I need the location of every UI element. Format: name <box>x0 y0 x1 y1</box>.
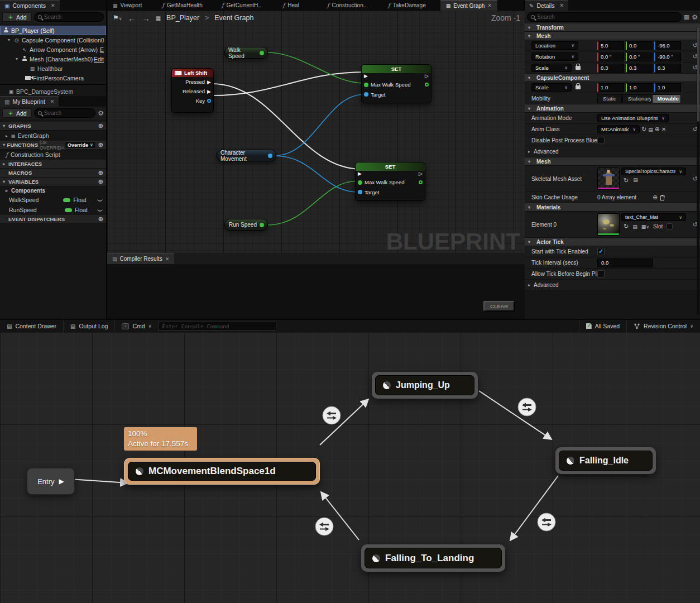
eye-closed-icon[interactable] <box>97 199 103 202</box>
float-output-pin[interactable] <box>260 51 264 55</box>
display-filter-icon[interactable]: ▦ <box>684 13 689 21</box>
disable-post-process-checkbox[interactable] <box>597 137 605 144</box>
bookmark-icon[interactable]: ⚑∨ <box>113 14 122 22</box>
output-log-button[interactable]: ▤ Output Log <box>64 320 115 332</box>
exec-in-pin[interactable]: ▶ <box>364 73 368 79</box>
breadcrumb-current[interactable]: Event Graph <box>214 14 253 22</box>
rotation-dropdown[interactable]: Rotation ∨ <box>531 52 578 61</box>
variable-walkspeed[interactable]: WalkSpeed Float <box>0 195 106 205</box>
components-variable-group[interactable]: ▸ Components <box>0 186 106 195</box>
mesh2-section-header[interactable]: ▾ Mesh <box>525 157 700 166</box>
console-command-input-wrap[interactable] <box>158 322 276 331</box>
float-output-pin[interactable] <box>260 223 264 227</box>
skeletal-mesh-dropdown[interactable]: SpecialTopicsCharacter ∨ <box>621 168 686 175</box>
max-walk-speed-input-pin[interactable] <box>358 180 362 185</box>
tree-item-mesh[interactable]: ▾ Mesh (CharacterMesh0) Edit <box>0 54 106 64</box>
output-pin[interactable] <box>419 180 423 184</box>
output-pin[interactable] <box>425 83 429 87</box>
tree-item-bp-player[interactable]: BP_Player (Self) <box>0 26 106 35</box>
exec-in-pin[interactable]: ▶ <box>358 171 362 176</box>
material-dropdown[interactable]: text_Char_Mat ∨ <box>621 213 686 221</box>
tab-viewport[interactable]: ▦ Viewport <box>107 0 147 11</box>
actor-tick-advanced-row[interactable]: ▸ Advanced <box>525 280 700 291</box>
add-graph-icon[interactable]: ⊕ <box>98 122 103 130</box>
add-element-icon[interactable]: ⊕ <box>653 194 658 201</box>
tab-my-blueprint[interactable]: ▥ My Blueprint ✕ <box>0 96 59 107</box>
capsule-section-header[interactable]: ▾ CapsuleComponent <box>525 74 700 82</box>
animation-section-header[interactable]: ▾ Animation <box>525 104 700 113</box>
exec-pin-pressed[interactable]: ▶ <box>207 79 211 85</box>
node-set-1[interactable]: SET ▶ ▷ Max Walk Speed Target <box>361 64 431 103</box>
use-selected-icon[interactable]: ↺ <box>624 177 629 184</box>
add-blueprint-item-button[interactable]: ＋ Add <box>2 108 32 118</box>
node-run-speed[interactable]: Run Speed <box>224 219 268 231</box>
slot-field[interactable] <box>667 223 673 229</box>
trash-icon[interactable] <box>659 194 665 201</box>
caret-down-icon[interactable]: ▾ <box>8 37 13 42</box>
capsule-scale-x-field[interactable]: 1.0 <box>597 83 624 92</box>
lock-icon[interactable] <box>576 66 581 70</box>
add-dispatcher-icon[interactable]: ⊕ <box>98 216 103 223</box>
materials-section-header[interactable]: ▾ Materials <box>525 203 700 212</box>
state-node-mcmovement[interactable]: MCMovementBlendSpace1d <box>124 458 320 485</box>
tab-components[interactable]: ▣ Components ✕ <box>0 0 60 11</box>
tab-compiler-results[interactable]: ▤ Compiler Results ✕ <box>107 253 174 264</box>
override-dropdown[interactable]: Override ∨ <box>65 141 96 149</box>
add-variable-icon[interactable]: ⊕ <box>98 178 103 185</box>
forward-button[interactable]: → <box>142 13 150 23</box>
mobility-movable-button[interactable]: Movable <box>652 94 681 103</box>
my-blueprint-search-input[interactable] <box>44 110 92 116</box>
capsule-scale-y-field[interactable]: 1.0 <box>626 83 653 92</box>
material-thumbnail[interactable] <box>597 213 620 236</box>
animation-mode-dropdown[interactable]: Use Animation Blueprint ∨ <box>597 114 669 122</box>
tree-item-healthbar[interactable]: ▥ Healthbar <box>0 64 106 73</box>
eye-closed-icon[interactable] <box>97 209 103 212</box>
state-machine-canvas[interactable]: 100% Active for 17.557s Entry ▶ MCMoveme… <box>0 332 700 603</box>
location-z-field[interactable]: -96.0 <box>654 41 681 50</box>
components-search[interactable] <box>34 12 104 22</box>
state-node-falling-to-landing[interactable]: Falling_To_Landing <box>361 544 505 572</box>
rotation-z-field[interactable]: -90.0 ° <box>654 52 681 61</box>
all-saved-button[interactable]: All Saved <box>579 320 626 332</box>
entry-node[interactable]: Entry ▶ <box>27 468 75 495</box>
rotation-x-field[interactable]: 0.0 ° <box>597 52 624 61</box>
browse-to-asset-icon[interactable]: ▤ <box>632 224 637 229</box>
details-search-input[interactable] <box>537 14 678 20</box>
exec-pin-released[interactable]: ▶ <box>207 89 211 94</box>
add-component-button[interactable]: ＋ Add <box>2 12 32 22</box>
node-walk-speed[interactable]: Walk Speed <box>224 47 268 59</box>
back-button[interactable]: ← <box>128 13 136 23</box>
node-left-shift[interactable]: ⌨ Left Shift Pressed ▶ Released ▶ Key <box>171 68 214 113</box>
scale-x-field[interactable]: 0.3 <box>597 64 624 73</box>
location-dropdown[interactable]: Location ∨ <box>531 41 578 50</box>
tree-item-capsule[interactable]: ▾ ◎ Capsule Component (Collision0 <box>0 35 106 45</box>
allow-tick-checkbox[interactable] <box>597 270 605 277</box>
event-graph-canvas[interactable]: ⚑∨ ← → ▦ BP_Player > Event Graph Zoom -1 <box>107 11 526 253</box>
max-walk-speed-input-pin[interactable] <box>364 83 368 87</box>
tab-details[interactable]: ✎ Details ✕ <box>525 0 568 11</box>
construction-script-item[interactable]: ƒ Construction Script <box>0 150 106 160</box>
use-selected-icon[interactable]: ↺ <box>624 223 629 230</box>
exec-out-pin[interactable]: ▷ <box>419 171 423 176</box>
rotation-y-field[interactable]: 0.0 ° <box>626 52 653 61</box>
tree-item-camera[interactable]: FirstPersonCamera <box>0 73 106 83</box>
mobility-stationary-button[interactable]: Stationary <box>622 94 651 103</box>
add-macro-icon[interactable]: ⊕ <box>98 169 103 176</box>
tick-interval-field[interactable]: 0.0 <box>597 259 653 267</box>
clear-button[interactable]: CLEAR <box>483 301 515 312</box>
tab-heal[interactable]: ƒ Heal <box>277 0 305 11</box>
tree-item-damage-system[interactable]: ▣ BPC_DamageSystem <box>0 87 106 96</box>
details-search[interactable] <box>527 12 682 22</box>
interfaces-section-header[interactable]: ▸ INTERFACES <box>0 160 106 169</box>
tab-getmaxhealth[interactable]: ƒ GetMaxHealth <box>156 0 208 11</box>
transform-section-header[interactable]: ▾ Transform <box>525 23 700 32</box>
tab-getcurrenthealth[interactable]: ƒ GetCurrentH... <box>216 0 269 11</box>
event-dispatchers-section-header[interactable]: EVENT DISPATCHERS ⊕ <box>0 215 106 224</box>
tab-takedamage[interactable]: ƒ TakeDamage <box>382 0 431 11</box>
exec-out-pin[interactable]: ▷ <box>425 73 429 79</box>
revision-control-button[interactable]: Revision Control ∨ <box>626 320 700 332</box>
node-set-2[interactable]: SET ▶ ▷ Max Walk Speed Target <box>355 162 425 201</box>
close-icon[interactable]: ✕ <box>487 3 492 8</box>
cmd-dropdown[interactable]: › Cmd ∨ <box>115 320 158 332</box>
tab-event-graph[interactable]: ▦ Event Graph ✕ <box>440 0 497 11</box>
